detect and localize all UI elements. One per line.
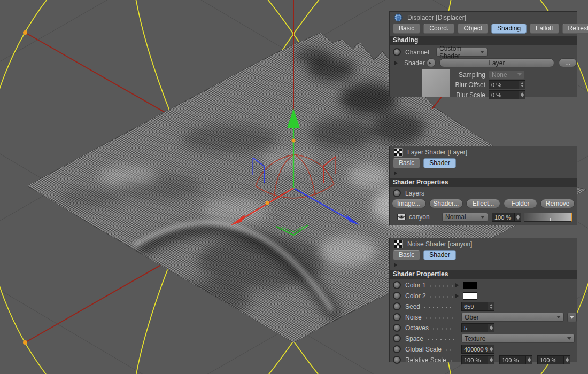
expander-icon[interactable]	[394, 263, 399, 267]
color2-radio[interactable]	[393, 292, 401, 300]
dot-leader	[431, 328, 454, 330]
global-scale-radio[interactable]	[393, 345, 401, 353]
layer-opacity-slider[interactable]	[524, 213, 572, 222]
tab-coord[interactable]: Coord.	[423, 24, 454, 34]
stepper-arrows[interactable]	[514, 213, 521, 221]
color1-swatch[interactable]	[463, 282, 477, 289]
relative-scale-x-field[interactable]: 100 %	[461, 355, 494, 364]
stepper-arrows[interactable]	[488, 345, 494, 353]
color1-expander-icon[interactable]	[455, 283, 461, 287]
channel-label: Channel	[405, 49, 433, 56]
color1-radio[interactable]	[393, 281, 401, 289]
shader-browse-button[interactable]: ...	[559, 58, 577, 67]
layer-name: canyon	[409, 213, 440, 221]
channel-dropdown[interactable]: Custom Shader	[436, 48, 488, 57]
channel-value: Custom Shader	[439, 45, 480, 60]
remove-button[interactable]: Remove	[540, 199, 575, 208]
section-header-shader-properties: Shader Properties	[390, 270, 577, 279]
relative-scale-z-value: 100 %	[538, 356, 563, 364]
chevron-down-icon	[481, 216, 485, 221]
stepper-arrows[interactable]	[563, 356, 570, 364]
space-radio[interactable]	[393, 334, 401, 342]
effect-button[interactable]: Effect...	[466, 199, 500, 208]
checkerboard-icon	[394, 148, 403, 157]
displacer-attributes-panel: Displacer [Displacer] Basic Coord. Objec…	[389, 11, 577, 97]
stepper-arrows[interactable]	[488, 356, 494, 364]
layer-buttons-row: Image... Shader... Effect... Folder Remo…	[392, 199, 575, 208]
relative-scale-z-field[interactable]: 100 %	[537, 355, 570, 364]
tab-shader[interactable]: Shader	[423, 158, 456, 168]
relative-scale-label: Relative Scale	[405, 356, 446, 364]
stepper-arrows[interactable]	[519, 81, 525, 89]
layers-label: Layers	[405, 190, 424, 197]
image-button[interactable]: Image...	[392, 199, 426, 208]
shader-button[interactable]: Shader...	[429, 199, 463, 208]
relative-scale-x-value: 100 %	[462, 356, 488, 364]
layer-visibility-eye-icon[interactable]	[397, 214, 406, 220]
sampling-label: Sampling	[452, 71, 485, 79]
sampling-dropdown[interactable]: None	[489, 70, 525, 79]
stepper-arrows[interactable]	[525, 356, 532, 364]
octaves-field[interactable]: 5	[461, 323, 494, 332]
color2-swatch[interactable]	[463, 292, 477, 300]
noise-shader-panel: Noise Shader [canyon] Basic Shader Shade…	[389, 238, 577, 362]
blur-offset-value: 0 %	[489, 81, 519, 89]
displacer-titlebar[interactable]: Displacer [Displacer]	[390, 12, 577, 24]
tab-falloff[interactable]: Falloff	[530, 24, 559, 34]
tab-basic[interactable]: Basic	[393, 158, 420, 168]
noise-type-value: Ober	[465, 314, 479, 321]
noise-type-dropdown[interactable]: Ober	[461, 313, 564, 322]
space-value: Texture	[465, 335, 485, 342]
noise-type-label: Noise	[405, 314, 422, 321]
tab-refresh[interactable]: Refresh	[562, 24, 588, 34]
shader-preview-thumbnail[interactable]	[422, 69, 450, 97]
channel-radio[interactable]	[393, 48, 401, 56]
section-header-shading: Shading	[390, 36, 577, 45]
layer-shader-titlebar[interactable]: Layer Shader [Layer]	[390, 146, 577, 158]
seed-radio[interactable]	[393, 302, 401, 310]
blur-scale-field[interactable]: 0 %	[489, 90, 525, 99]
displacer-icon	[394, 13, 403, 22]
shader-label: Shader	[404, 59, 427, 67]
dot-leader	[423, 307, 454, 308]
expander-icon[interactable]	[394, 171, 399, 175]
stepper-arrows[interactable]	[488, 302, 494, 310]
noise-type-radio[interactable]	[393, 313, 401, 321]
shader-expander-icon[interactable]	[394, 61, 400, 65]
layer-opacity-field[interactable]: 100 %	[492, 213, 521, 222]
shader-link-button[interactable]: Layer	[439, 58, 555, 67]
layer-opacity-value: 100 %	[492, 213, 514, 221]
relative-scale-y-field[interactable]: 100 %	[499, 355, 532, 364]
global-scale-field[interactable]: 400000 %	[461, 345, 494, 354]
octaves-radio[interactable]	[393, 324, 401, 332]
octaves-value: 5	[462, 324, 488, 332]
blend-mode-value: Normal	[445, 213, 466, 221]
checkerboard-icon	[394, 240, 403, 248]
dot-leader	[444, 349, 454, 351]
color2-expander-icon[interactable]	[455, 294, 461, 298]
seed-value: 659	[462, 302, 488, 310]
stepper-arrows[interactable]	[519, 91, 525, 99]
layers-radio[interactable]	[393, 189, 401, 197]
dot-leader	[449, 360, 454, 362]
stepper-arrows[interactable]	[488, 324, 494, 332]
dot-leader	[426, 339, 454, 340]
noise-shader-titlebar[interactable]: Noise Shader [canyon]	[390, 238, 577, 250]
tab-basic[interactable]: Basic	[393, 250, 420, 260]
tab-shading[interactable]: Shading	[491, 24, 527, 34]
falloff-handle-dots[interactable]	[23, 30, 27, 345]
global-scale-value: 400000 %	[462, 345, 488, 353]
noise-preview-flyout-button[interactable]	[567, 313, 577, 322]
folder-button[interactable]: Folder	[504, 199, 538, 208]
tab-basic[interactable]: Basic	[393, 24, 420, 34]
color2-label: Color 2	[405, 292, 426, 300]
space-dropdown[interactable]: Texture	[461, 334, 575, 343]
relative-scale-radio[interactable]	[393, 356, 401, 364]
blur-offset-field[interactable]: 0 %	[489, 80, 525, 89]
section-header-shader-properties: Shader Properties	[390, 178, 577, 187]
blend-mode-dropdown[interactable]: Normal	[442, 213, 488, 222]
tab-shader[interactable]: Shader	[423, 250, 456, 260]
seed-field[interactable]: 659	[461, 302, 494, 311]
tab-object[interactable]: Object	[458, 24, 488, 34]
shader-open-button[interactable]	[427, 58, 436, 67]
